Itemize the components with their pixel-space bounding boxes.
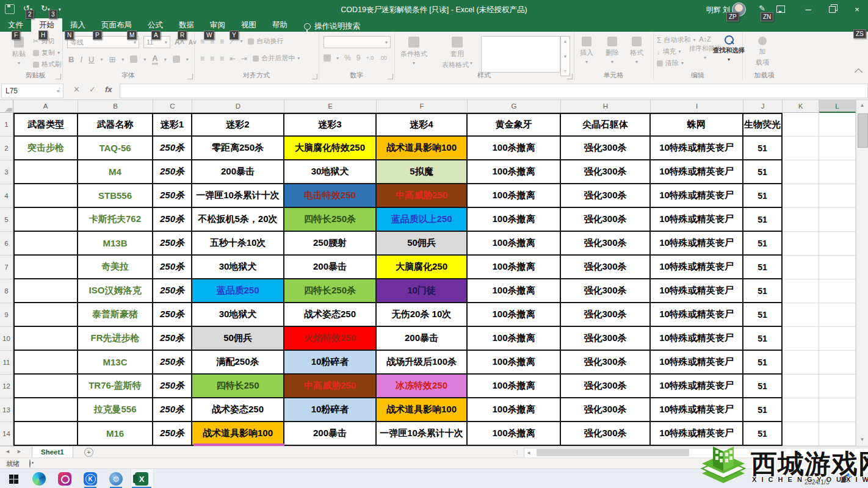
taskbar-app-red-icon[interactable] (57, 472, 72, 486)
cell-H2[interactable]: 强化300杀 (561, 137, 651, 160)
taskbar-app-gear-icon[interactable]: ⚙ (109, 472, 123, 486)
cell-F13[interactable]: 战术道具影响100 (377, 398, 468, 422)
bold-button[interactable]: B (68, 55, 74, 64)
row-header-1[interactable]: 1 (0, 113, 13, 137)
cell-A12[interactable] (13, 375, 78, 398)
cell-A6[interactable] (13, 232, 78, 256)
cell-J2[interactable]: 51 (743, 137, 783, 160)
cell-C4[interactable]: 250杀 (153, 184, 192, 208)
cell-B6[interactable]: M13B (78, 232, 153, 256)
cell-K1[interactable] (783, 113, 819, 137)
tab-review[interactable]: 审阅 (202, 18, 233, 32)
styles-dialog-launcher[interactable] (567, 74, 573, 79)
cell-G1[interactable]: 黄金象牙 (468, 113, 561, 137)
cell-L6[interactable] (819, 232, 856, 256)
tray-clock[interactable]: 4:10 2024/1/5 (805, 471, 830, 486)
percent-style-icon[interactable]: % (344, 54, 351, 62)
cell-K7[interactable] (783, 256, 819, 279)
cell-J7[interactable]: 51 (743, 256, 783, 279)
cell-G9[interactable]: 100杀撤离 (468, 303, 561, 327)
fill-color-icon[interactable] (130, 56, 137, 63)
notification-center-icon[interactable]: 2 (840, 473, 850, 483)
cell-A5[interactable] (13, 208, 78, 232)
cell-I9[interactable]: 10特殊或精英丧尸 (651, 303, 743, 327)
row-header-8[interactable]: 8 (0, 279, 13, 303)
cell-I13[interactable]: 10特殊或精英丧尸 (651, 398, 743, 422)
cell-G11[interactable]: 100杀撤离 (468, 351, 561, 375)
tab-file[interactable]: 文件 (0, 18, 31, 32)
format-cells-button[interactable]: 格式▾ (630, 37, 643, 65)
cell-A4[interactable] (13, 184, 78, 208)
cell-A1[interactable]: 武器类型 (13, 113, 78, 137)
column-header-K[interactable]: K (783, 100, 819, 113)
alignment-dialog-launcher[interactable] (312, 74, 317, 79)
insert-function-icon[interactable]: fx (105, 85, 112, 94)
cell-L13[interactable] (819, 398, 856, 422)
insert-cells-button[interactable]: 插入▾ (580, 37, 593, 65)
tab-view[interactable]: 视图 (233, 18, 264, 32)
ribbon-display-options-button[interactable] (771, 0, 790, 18)
align-center-icon[interactable]: ≡ (210, 54, 214, 63)
cell-A9[interactable] (13, 303, 78, 327)
cell-E3[interactable]: 30地狱犬 (284, 160, 377, 184)
cell-F12[interactable]: 冰冻特效250 (377, 375, 468, 398)
cell-G14[interactable]: 100杀撤离 (468, 422, 561, 446)
cell-A14[interactable] (13, 422, 78, 446)
cell-F6[interactable]: 50佣兵 (377, 232, 468, 256)
cell-E12[interactable]: 中高威胁250 (284, 375, 377, 398)
cell-B13[interactable]: 拉克曼556 (78, 398, 153, 422)
sheet-tab-sheet1[interactable]: Sheet1 (32, 447, 73, 458)
cell-A3[interactable] (13, 160, 78, 184)
tab-insert[interactable]: 插入 (62, 18, 93, 32)
cell-C2[interactable]: 250杀 (153, 137, 192, 160)
taskbar-edge-icon[interactable] (32, 472, 46, 486)
row-header-2[interactable]: 2 (0, 137, 13, 160)
cell-D6[interactable]: 五秒十杀10次 (192, 232, 284, 256)
cell-B14[interactable]: M16 (78, 422, 153, 446)
cell-I6[interactable]: 10特殊或精英丧尸 (651, 232, 743, 256)
cell-C13[interactable]: 250杀 (153, 398, 192, 422)
align-left-icon[interactable]: ≡ (200, 54, 204, 63)
cell-J1[interactable]: 生物荧光 (743, 113, 783, 137)
cell-K10[interactable] (783, 327, 819, 351)
cell-G4[interactable]: 100杀撤离 (468, 184, 561, 208)
cell-I12[interactable]: 10特殊或精英丧尸 (651, 375, 743, 398)
cell-styles-gallery[interactable] (481, 36, 560, 73)
underline-button[interactable]: U (89, 55, 94, 64)
cell-K8[interactable] (783, 279, 819, 303)
cell-H12[interactable]: 强化300杀 (561, 375, 651, 398)
cell-L14[interactable] (819, 422, 856, 446)
paste-button[interactable]: 粘贴▾ (12, 37, 26, 66)
cell-I8[interactable]: 10特殊或精英丧尸 (651, 279, 743, 303)
scroll-down-icon[interactable]: ▼ (858, 437, 867, 442)
cell-F14[interactable]: 一弹匣10杀累计十次 (377, 422, 468, 446)
cell-F8[interactable]: 10门徒 (377, 279, 468, 303)
clear-button[interactable]: 清除▾ (657, 59, 695, 68)
row-header-4[interactable]: 4 (0, 184, 13, 208)
cell-K2[interactable] (783, 137, 819, 160)
cell-E14[interactable]: 200暴击 (284, 422, 377, 446)
cell-K14[interactable] (783, 422, 819, 446)
cell-C9[interactable]: 250杀 (153, 303, 192, 327)
cell-D10[interactable]: 50佣兵 (192, 327, 284, 351)
cell-F5[interactable]: 蓝品质以上250 (377, 208, 468, 232)
cell-I2[interactable]: 10特殊或精英丧尸 (651, 137, 743, 160)
clipboard-dialog-launcher[interactable] (56, 74, 61, 79)
cell-B1[interactable]: 武器名称 (78, 113, 153, 137)
cell-L3[interactable] (819, 160, 856, 184)
cell-C1[interactable]: 迷彩1 (153, 113, 192, 137)
cell-E11[interactable]: 10粉碎者 (284, 351, 377, 375)
cell-K12[interactable] (783, 375, 819, 398)
cell-C11[interactable]: 250杀 (153, 351, 192, 375)
cell-F3[interactable]: 5拟魔 (377, 160, 468, 184)
cell-F10[interactable]: 200暴击 (377, 327, 468, 351)
row-header-12[interactable]: 12 (0, 375, 13, 398)
vertical-scrollbar[interactable]: ▲ ▼ (856, 100, 868, 446)
cell-A7[interactable] (13, 256, 78, 279)
cell-G7[interactable]: 100杀撤离 (468, 256, 561, 279)
format-painter-button[interactable]: 格式刷 (33, 60, 62, 69)
horizontal-scroll-thumb[interactable] (537, 449, 689, 456)
cell-D3[interactable]: 200暴击 (192, 160, 284, 184)
cell-B12[interactable]: TR76-盖斯特 (78, 375, 153, 398)
conditional-formatting-button[interactable]: 条件格式▾ (400, 37, 427, 66)
